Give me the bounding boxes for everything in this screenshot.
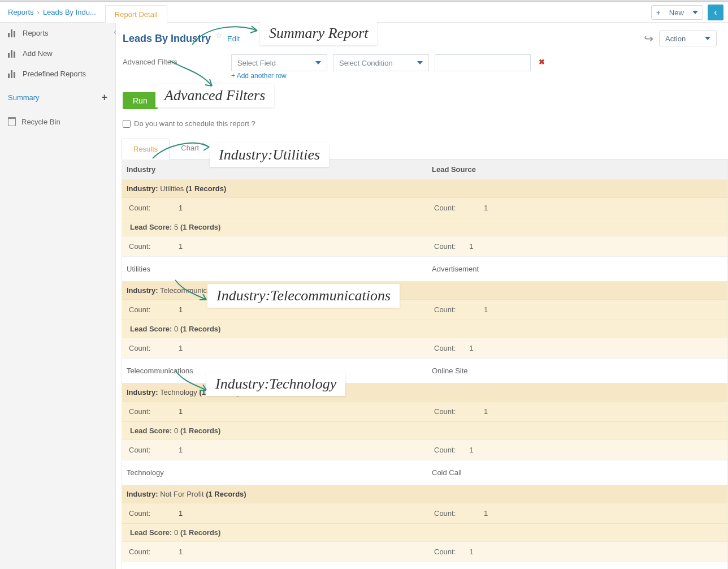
cell-lead-source: Advertisement — [427, 257, 727, 281]
sidebar-item-label: Predefined Reports — [23, 70, 86, 78]
annotation-industry-telecom: Industry:Telecommunications — [207, 284, 400, 308]
cell-lead-source: Employee — [427, 562, 727, 569]
filter-value-input[interactable] — [435, 54, 531, 71]
group-score-count-row: Count:1 Count:1 — [122, 338, 727, 358]
schedule-label: Do you want to schedule this report ? — [134, 119, 255, 128]
sidebar-item-label: Recycle Bin — [21, 118, 60, 126]
annotation-advanced-filters: Advanced Filters — [155, 84, 274, 107]
remove-filter-icon[interactable]: ✖ — [539, 58, 545, 66]
cell-lead-source: Online Site — [427, 359, 727, 383]
sidebar-summary-link[interactable]: Summary — [8, 93, 40, 102]
edit-link[interactable]: Edit — [227, 35, 240, 43]
sidebar-item-add-new[interactable]: Add New — [0, 43, 115, 63]
schedule-checkbox-row[interactable]: Do you want to schedule this report ? — [123, 119, 728, 128]
bar-chart-plus-icon — [8, 49, 17, 58]
group-leadscore-header: Lead Score: 0 (1 Records) — [122, 320, 727, 338]
breadcrumb-root[interactable]: Reports — [8, 8, 34, 16]
run-button[interactable]: Run — [123, 92, 158, 109]
chevron-down-icon — [315, 61, 321, 64]
breadcrumb: Reports › Leads By Indu... — [0, 2, 104, 22]
breadcrumb-sep-icon: › — [37, 8, 40, 16]
filter-field-placeholder: Select Field — [237, 59, 276, 67]
group-leadscore-header: Lead Score: 0 (1 Records) — [122, 421, 727, 439]
group-industry-header: Industry: Utilities (1 Records) — [122, 179, 727, 197]
chevron-left-icon: ‹ — [714, 7, 717, 18]
table-row: Utilities Advertisement — [122, 256, 727, 281]
breadcrumb-current[interactable]: Leads By Indu... — [43, 8, 96, 16]
cell-industry: Utilities — [122, 257, 427, 281]
filter-field-select[interactable]: Select Field — [231, 54, 327, 71]
new-button[interactable]: + New — [651, 5, 703, 20]
action-dropdown-label: Action — [665, 35, 686, 43]
main-content: Leads By Industry ☆ Edit ↩ Action Advanc… — [116, 23, 728, 569]
add-summary-icon[interactable]: + — [101, 92, 107, 104]
group-score-count-row: Count:1 Count:1 — [122, 236, 727, 256]
group-leadscore-header: Lead Score: 0 (1 Records) — [122, 523, 727, 541]
chevron-down-icon — [692, 11, 698, 14]
sidebar-item-reports[interactable]: Reports — [0, 23, 115, 43]
sidebar-item-label: Reports — [23, 29, 49, 37]
undo-icon[interactable]: ↩ — [644, 32, 653, 45]
tab-report-detail[interactable]: Report Detail — [105, 5, 167, 24]
new-button-label: New — [669, 8, 684, 17]
sidebar-item-recycle[interactable]: Recycle Bin — [0, 109, 115, 134]
sidebar-item-predefined[interactable]: Predefined Reports — [0, 63, 115, 84]
cell-industry: Not For Profit — [122, 562, 427, 569]
results-table: Industry Lead Source Industry: Utilities… — [122, 160, 728, 569]
filter-condition-select[interactable]: Select Condition — [333, 54, 429, 71]
group-score-count-row: Count:1 Count:1 — [122, 541, 727, 562]
collapse-panel-button[interactable]: ‹ — [708, 5, 723, 20]
plus-icon: + — [656, 8, 661, 17]
bar-chart-icon — [8, 69, 17, 78]
group-industry-header: Industry: Not For Profit (1 Records) — [122, 485, 727, 503]
schedule-checkbox[interactable] — [123, 120, 131, 128]
chevron-down-icon — [705, 37, 710, 40]
group-count-row: Count:1 Count:1 — [122, 503, 727, 523]
group-leadscore-header: Lead Score: 5 (1 Records) — [122, 218, 727, 236]
sidebar: ‹ Reports Add New Predefined Reports Sum… — [0, 23, 116, 569]
tab-chart[interactable]: Chart — [170, 138, 210, 159]
add-filter-row-link[interactable]: + Add another row — [231, 72, 287, 80]
group-score-count-row: Count:1 Count:1 — [122, 439, 727, 460]
filters-label: Advanced Filters — [123, 58, 224, 66]
group-count-row: Count:1 Count:1 — [122, 401, 727, 421]
cell-lead-source: Cold Call — [427, 460, 727, 485]
annotation-industry-utilities: Industry:Utilities — [210, 143, 329, 167]
action-dropdown[interactable]: Action — [659, 31, 717, 46]
filter-condition-placeholder: Select Condition — [339, 59, 393, 67]
table-row: Not For Profit Employee — [122, 562, 727, 569]
sidebar-item-label: Add New — [23, 49, 53, 58]
page-title: Leads By Industry — [123, 33, 211, 45]
favorite-star-icon[interactable]: ☆ — [215, 31, 223, 40]
bar-chart-icon — [8, 28, 17, 37]
annotation-summary-report: Summary Report — [260, 21, 377, 45]
group-count-row: Count:1 Count:1 — [122, 197, 727, 218]
table-row: Technology Cold Call — [122, 460, 727, 485]
header-row: Reports › Leads By Indu... Report Detail… — [0, 2, 728, 23]
trash-icon — [8, 117, 16, 126]
chevron-down-icon — [417, 61, 423, 64]
col-lead-source: Lead Source — [427, 160, 727, 179]
cell-industry: Technology — [122, 460, 427, 485]
tab-results[interactable]: Results — [122, 139, 170, 160]
annotation-industry-technology: Industry:Technology — [206, 372, 345, 396]
